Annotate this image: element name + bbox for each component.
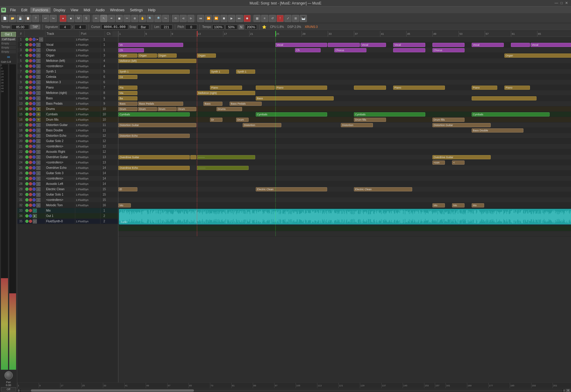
arrangement-clip[interactable]: Ba <box>118 96 137 100</box>
track-row[interactable]: 8♪Celesta1:FluidSyn6 <box>17 74 118 80</box>
arrangement-clip[interactable]: Piano <box>504 86 530 90</box>
track-mute-button[interactable] <box>25 166 29 169</box>
play-end-button[interactable]: ⏭ <box>236 15 243 22</box>
arrangement-clip[interactable]: Synth 1 <box>236 70 255 74</box>
track-solo-button[interactable] <box>29 38 32 41</box>
arrangement-clip[interactable]: Mo <box>118 203 131 207</box>
arrange-row[interactable]: Synth 1Synth 1Synth 1 <box>118 69 571 74</box>
track-solo-button[interactable] <box>29 102 32 105</box>
arrangement-clip[interactable]: Overdrive Guitar <box>432 155 491 159</box>
arrangement-clip[interactable]: < <box>452 160 465 165</box>
track-rec-button[interactable] <box>32 139 36 143</box>
minimize-button[interactable]: — <box>555 1 558 5</box>
track-mute-button[interactable] <box>25 188 29 191</box>
arrangement-clip[interactable]: Bass Pedals <box>230 102 262 106</box>
out-button[interactable]: Out 1 <box>1 32 16 37</box>
arrangement-clip[interactable]: Vocal <box>531 43 571 47</box>
track-mute-button[interactable] <box>25 81 29 84</box>
track-solo-button[interactable] <box>29 107 32 111</box>
track-mute-button[interactable] <box>25 139 29 143</box>
track-row[interactable]: 16⊕Drum fills1:FluidSyn10 <box>17 117 118 122</box>
forward-button[interactable]: ⏩ <box>213 15 220 22</box>
off-button[interactable]: Off <box>1 387 16 391</box>
track-solo-button[interactable] <box>29 166 32 169</box>
arrangement-clip[interactable]: <con <box>432 160 445 165</box>
refresh-button[interactable]: ↺ <box>269 15 276 22</box>
arrange-row[interactable]: Audio <box>118 208 571 226</box>
menu-windows[interactable]: Windows <box>108 7 127 13</box>
track-rec-button[interactable] <box>32 102 36 105</box>
arrange-row[interactable]: OrganOrganOrganOrganOrgan <box>118 53 571 58</box>
track-rec-button[interactable] <box>32 161 36 164</box>
track-rec-button[interactable] <box>32 54 36 57</box>
arrange-row[interactable]: DrumDrumDrumDrumDrums <box>118 106 571 112</box>
track-solo-button[interactable] <box>29 198 32 201</box>
help-button[interactable]: ? <box>32 15 39 22</box>
arrangement-clip[interactable]: Vocal <box>275 43 327 47</box>
arrangement-clip[interactable]: Cymbals <box>118 112 190 117</box>
track-solo-button[interactable] <box>29 150 32 153</box>
hscroll-thumb[interactable] <box>31 389 194 392</box>
track-mute-button[interactable] <box>25 59 29 62</box>
arrangement-clip[interactable]: Dr <box>210 118 222 122</box>
track-rec-button[interactable] <box>32 129 36 132</box>
save-as-button[interactable]: 📋 <box>24 15 32 22</box>
track-rec-button[interactable] <box>32 177 36 180</box>
track-row[interactable]: 25♪Overdrive Echo1:FluidSyn14 <box>17 165 118 171</box>
horizontal-scrollbar[interactable]: ⊞ <box>17 388 571 392</box>
track-row[interactable]: 11♪Mellotron (right)1:FluidSyn8 <box>17 90 118 96</box>
arrangement-clip[interactable]: Drum fills <box>354 118 386 122</box>
track-rec-button[interactable] <box>32 97 36 100</box>
track-row[interactable]: 5♪Mellotron (left)1:FluidSyn4 <box>17 58 118 64</box>
track-rec-button[interactable] <box>32 86 36 89</box>
arrangement-clip[interactable]: Piano <box>210 86 242 90</box>
arrangement-clip[interactable]: Piano <box>275 86 327 90</box>
track-row[interactable]: 26♪Guitar Solo 31:FluidSyn14 <box>17 171 118 176</box>
arrangement-clip[interactable]: Distortion Guitar <box>118 123 196 127</box>
track-rec-button[interactable] <box>32 70 36 73</box>
punch-out-button[interactable]: ⊳ <box>187 15 194 22</box>
arrange-row[interactable]: Distortion GuitarDistortionDistortionDis… <box>118 122 571 128</box>
solo-button[interactable]: S <box>83 15 90 22</box>
track-solo-button[interactable] <box>29 188 32 191</box>
track-mute-button[interactable] <box>25 113 29 116</box>
wave-button[interactable]: 〜 <box>162 15 169 22</box>
track-row[interactable]: 7♪Synth 11:FluidSyn5 <box>17 69 118 74</box>
pencil-button[interactable]: ✏ <box>92 15 100 22</box>
arrangement-clip[interactable]: Vocal <box>360 43 386 47</box>
arrange-row[interactable] <box>118 181 571 187</box>
arrangement-clip[interactable]: Cymbals <box>354 112 425 117</box>
record-button[interactable]: ⏺ <box>244 15 251 22</box>
menu-edit[interactable]: Edit <box>19 7 30 13</box>
track-monitor-button[interactable] <box>29 214 32 218</box>
track-mute-button[interactable] <box>25 214 29 218</box>
track-rec-button[interactable] <box>32 123 36 127</box>
panic-button[interactable]: ! <box>277 15 284 22</box>
arrange-row[interactable] <box>118 144 571 149</box>
stop-button[interactable]: ⏹ <box>220 15 228 22</box>
arrangement-clip[interactable]: Drum <box>118 107 137 111</box>
track-rec-button[interactable] <box>32 91 36 95</box>
arranger-button[interactable]: ≡ <box>261 15 268 22</box>
mixer-button[interactable]: ▦ <box>253 15 261 22</box>
track-mute-button[interactable] <box>25 177 29 180</box>
track-rec-button[interactable] <box>32 118 36 121</box>
track-rec-button[interactable] <box>32 155 36 159</box>
arrangement-clip[interactable]: Ma <box>118 91 137 95</box>
track-rec-button[interactable] <box>32 48 36 52</box>
arrangement-clip[interactable]: Distortion <box>243 123 281 127</box>
track-solo-button[interactable] <box>29 177 32 180</box>
track-mute-button[interactable] <box>25 145 29 148</box>
track-mute-button[interactable] <box>25 75 29 78</box>
track-row[interactable]: 3♪Chorus1:FluidSyn1 <box>17 48 118 53</box>
undo-button[interactable]: ↩ <box>42 15 49 22</box>
pitch-value[interactable]: 0 <box>185 25 197 29</box>
audio-clip[interactable]: Audio <box>119 209 571 224</box>
track-mute-button[interactable] <box>25 70 29 73</box>
track-row[interactable]: 31♪<controllers>1:FluidSyn15 <box>17 197 118 203</box>
sig-den-value[interactable]: 4 <box>74 25 86 29</box>
arrangement-clip[interactable] <box>256 86 275 90</box>
mute-button[interactable]: M <box>75 15 82 22</box>
arrangement-clip[interactable]: Distortion <box>341 123 373 127</box>
hand-button[interactable]: ✋ <box>139 15 146 22</box>
